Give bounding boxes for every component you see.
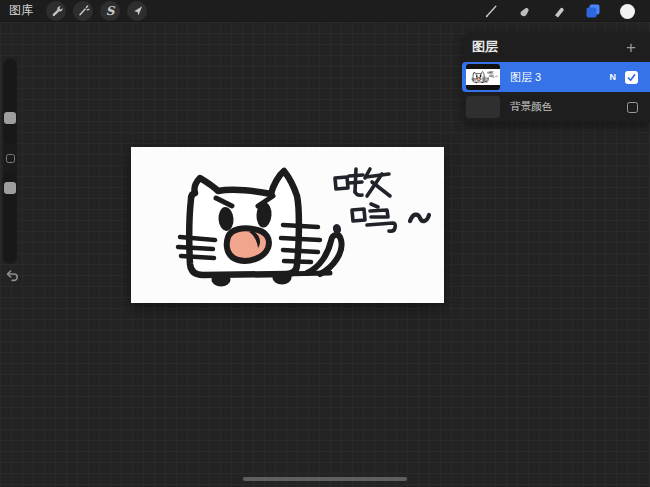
undo-arrow-icon: [4, 270, 20, 287]
paint-tools-group: [480, 0, 650, 22]
brush-size-slider[interactable]: [3, 60, 17, 144]
layer-row-background-color[interactable]: 背景颜色: [462, 92, 650, 122]
transform-button[interactable]: [127, 1, 147, 21]
cat-doodle-drawing: [131, 147, 444, 303]
home-indicator[interactable]: [243, 477, 407, 481]
background-color-thumbnail[interactable]: [466, 96, 500, 118]
layer-thumbnail-preview: [466, 69, 500, 85]
modify-button[interactable]: [6, 154, 15, 163]
blend-mode-button[interactable]: N: [610, 72, 617, 82]
layers-panel-header: 图层 +: [462, 32, 650, 62]
smudge-button[interactable]: [514, 0, 536, 22]
undo-button[interactable]: [4, 268, 20, 284]
top-toolbar: 图库 S: [0, 0, 650, 22]
layer-name: 图层 3: [510, 70, 541, 85]
layer-thumbnail[interactable]: [466, 64, 500, 90]
eraser-button[interactable]: [548, 0, 570, 22]
smudge-finger-icon: [517, 3, 533, 19]
brush-opacity-handle[interactable]: [4, 182, 16, 194]
layers-icon: [585, 3, 601, 19]
eraser-icon: [551, 3, 567, 19]
brush-opacity-slider[interactable]: [3, 172, 17, 262]
gallery-button[interactable]: 图库: [9, 2, 33, 19]
layer-name: 背景颜色: [510, 100, 552, 114]
magic-wand-icon: [77, 4, 90, 17]
add-layer-button[interactable]: +: [626, 39, 636, 56]
paintbrush-icon: [483, 3, 499, 19]
selection-button[interactable]: S: [100, 1, 120, 21]
brush-size-handle[interactable]: [4, 112, 16, 124]
color-button[interactable]: [616, 0, 638, 22]
layer-row-layer-3[interactable]: 图层 3 N: [462, 62, 650, 92]
layers-panel: 图层 + 图层 3 N 背景颜色: [462, 32, 650, 122]
brush-button[interactable]: [480, 0, 502, 22]
current-color-swatch: [620, 4, 635, 19]
wrench-icon: [50, 4, 63, 17]
layer-visibility-checkbox-unchecked[interactable]: [627, 102, 638, 113]
sidebar-slider-strip: [3, 58, 17, 264]
layers-panel-title: 图层: [472, 38, 498, 56]
layers-button[interactable]: [582, 0, 604, 22]
adjustments-button[interactable]: [73, 1, 93, 21]
drawing-canvas[interactable]: [131, 147, 444, 303]
selection-s-icon: S: [106, 5, 115, 17]
actions-button[interactable]: [46, 1, 66, 21]
layer-visibility-checkbox-checked[interactable]: [625, 71, 638, 84]
cursor-arrow-icon: [131, 4, 144, 17]
